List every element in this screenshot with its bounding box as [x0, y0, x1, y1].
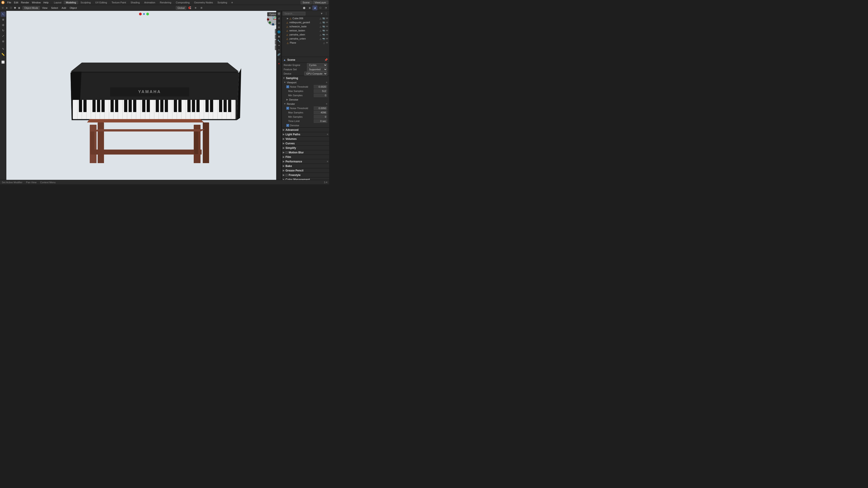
tool-rotate[interactable]: ↻ — [1, 28, 6, 33]
grid-icon[interactable]: ⊞ — [199, 5, 204, 10]
motion-blur-section-header[interactable]: ▶ Motion Blur — [282, 150, 329, 155]
viewlayer-selector[interactable]: ViewLayer — [313, 1, 328, 4]
toolbar-icon-1[interactable]: ⊙ — [1, 6, 4, 10]
tool-cursor[interactable]: ⊕ — [1, 17, 6, 22]
menu-file[interactable]: File — [6, 1, 13, 4]
simplify-section-header[interactable]: ▶ Simplify — [282, 145, 329, 150]
add-workspace-button[interactable]: + — [229, 0, 235, 5]
tab-layout[interactable]: Layout — [52, 1, 64, 4]
outliner-search[interactable] — [283, 12, 305, 15]
tab-compositing[interactable]: Compositing — [174, 1, 192, 4]
prop-icon-world[interactable]: 🌐 — [277, 30, 281, 34]
render-noise-threshold-checkbox[interactable]: ✓ — [286, 107, 289, 109]
time-limit-input[interactable] — [314, 119, 327, 123]
viewport-menu-icon[interactable]: ≡ — [326, 81, 327, 84]
color-management-section-header[interactable]: ▶ Color Management — [282, 177, 329, 180]
bake-section-header[interactable]: ▶ Bake — [282, 164, 329, 168]
outliner-item-mittlepunkt[interactable]: △ mittlepunkt_gestell △ 📷 👁 — [282, 20, 329, 24]
prop-icon-output[interactable]: 🖨 — [277, 16, 281, 20]
tab-scripting[interactable]: Scripting — [215, 1, 229, 4]
proportional-edit-icon[interactable]: ⊕ — [193, 5, 198, 10]
performance-section-header[interactable]: ▶ Performance ≡ — [282, 159, 329, 164]
prop-icon-object[interactable]: ▣ — [277, 34, 281, 38]
snap-icon[interactable]: 🧲 — [187, 5, 192, 10]
tab-uv-editing[interactable]: UV Editing — [93, 1, 109, 4]
add-menu[interactable]: Add — [60, 6, 68, 10]
outliner-item-plane[interactable]: △ Plane △ 👁 — [282, 41, 329, 45]
tab-texture-paint[interactable]: Texture Paint — [109, 1, 128, 4]
scene-selector[interactable]: Scene — [301, 1, 312, 4]
outliner-item-cube006[interactable]: ▶ △ Cube.006 △ 📷 👁 — [282, 16, 329, 20]
render-subsection-header[interactable]: ▼ Render ≡ — [282, 102, 329, 106]
prop-icon-particles[interactable]: ✦ — [277, 43, 281, 47]
curves-section-header[interactable]: ▶ Curves — [282, 141, 329, 145]
object-mode-dropdown[interactable]: Object Mode — [23, 6, 40, 10]
object-menu[interactable]: Object — [68, 6, 78, 10]
pin-icon[interactable]: 📌 — [324, 58, 328, 61]
render-preview[interactable]: ◔ — [323, 5, 328, 10]
render-max-samples-input[interactable] — [314, 111, 327, 114]
toolbar-icon-5[interactable]: ▣ — [17, 6, 21, 10]
noise-threshold-input[interactable] — [314, 85, 327, 89]
render-noise-threshold-input[interactable] — [314, 106, 327, 110]
light-paths-section-header[interactable]: ▶ Light Paths ≡ — [282, 132, 329, 136]
outliner-item-yamaha-unten[interactable]: △ yamaha_unten △ 📷 👁 — [282, 37, 329, 41]
toolbar-icon-2[interactable]: ◈ — [5, 6, 8, 10]
device-dropdown[interactable]: GPU Compute — [304, 72, 327, 76]
tab-geometry-nodes[interactable]: Geometry Nodes — [192, 1, 215, 4]
grease-pencil-section-header[interactable]: ▶ Grease Pencil — [282, 168, 329, 173]
prop-icon-data[interactable]: △ — [277, 57, 281, 61]
tab-rendering[interactable]: Rendering — [158, 1, 174, 4]
feature-set-dropdown[interactable]: Supported — [307, 67, 327, 71]
outliner-item-yamaha-oben[interactable]: △ yamaha_oben △ 📷 👁 — [282, 33, 329, 37]
sampling-section-header[interactable]: ▼ Sampling — [282, 76, 329, 80]
outliner-options-icon[interactable]: ⋮ — [324, 11, 328, 15]
menu-render[interactable]: Render — [20, 1, 31, 4]
outliner-filter-icon[interactable]: ▼ — [320, 11, 324, 15]
film-section-header[interactable]: ▶ Film — [282, 155, 329, 159]
tab-shading[interactable]: Shading — [128, 1, 142, 4]
tab-animation[interactable]: Animation — [142, 1, 158, 4]
advanced-section-header[interactable]: ▶ Advanced — [282, 127, 329, 132]
orientation-dropdown[interactable]: Global — [176, 6, 186, 10]
viewport-subsection-header[interactable]: ▼ Viewport ≡ — [282, 80, 329, 85]
view-menu[interactable]: View — [41, 6, 49, 10]
motion-blur-checkbox[interactable] — [285, 151, 288, 154]
tool-select[interactable]: ↖ — [1, 12, 6, 17]
render-menu-icon[interactable]: ≡ — [326, 103, 327, 105]
outliner-item-schwarze[interactable]: △ schwarze_taste △ 📷 👁 — [282, 24, 329, 29]
prop-icon-view-layer[interactable]: 🗂 — [277, 21, 281, 25]
menu-window[interactable]: Window — [31, 1, 42, 4]
render-min-samples-input[interactable] — [314, 115, 327, 119]
tab-sculpting[interactable]: Sculpting — [78, 1, 93, 4]
tab-modeling[interactable]: Modeling — [64, 1, 79, 4]
prop-icon-render[interactable]: 🎬 — [277, 12, 281, 16]
noise-threshold-checkbox[interactable]: ✓ — [286, 86, 289, 88]
viewport-shading-2[interactable]: ◑ — [307, 5, 312, 10]
viewport-shading-4[interactable]: ⬡ — [318, 5, 323, 10]
tool-annotate[interactable]: ✎ — [1, 46, 6, 52]
toolbar-icon-3[interactable]: ⬡ — [9, 6, 13, 10]
freestyle-section-header[interactable]: ▶ Freestyle — [282, 173, 329, 177]
toolbar-icon-4[interactable]: ⬟ — [13, 6, 17, 10]
render-denoise-checkbox[interactable]: ✓ — [286, 124, 289, 127]
max-samples-input[interactable] — [314, 89, 327, 93]
tool-transform[interactable]: ⊛ — [1, 39, 6, 44]
prop-icon-material[interactable]: ● — [277, 61, 281, 66]
min-samples-input[interactable] — [314, 94, 327, 97]
tool-move[interactable]: ✛ — [1, 23, 6, 28]
main-viewport[interactable]: YAMAHA X Y — [6, 11, 282, 180]
viewport-denoise-header[interactable]: ▶ Denoise — [282, 97, 329, 102]
freestyle-checkbox[interactable] — [285, 174, 288, 176]
tool-measure[interactable]: 📏 — [1, 52, 6, 57]
render-engine-dropdown[interactable]: Cycles — [307, 63, 327, 67]
outliner-item-weisse[interactable]: △ weisse_tasten △ 📷 👁 — [282, 29, 329, 33]
prop-icon-physics[interactable]: ⚛ — [277, 48, 281, 52]
prop-icon-constraints[interactable]: 🔗 — [277, 53, 281, 57]
menu-edit[interactable]: Edit — [13, 1, 20, 4]
tool-scale[interactable]: ⤢ — [1, 33, 6, 38]
volumes-section-header[interactable]: ▶ Volumes — [282, 136, 329, 141]
viewport-shading-1[interactable]: ⬤ — [302, 5, 307, 10]
menu-help[interactable]: Help — [42, 1, 50, 4]
light-paths-menu-icon[interactable]: ≡ — [327, 133, 328, 135]
